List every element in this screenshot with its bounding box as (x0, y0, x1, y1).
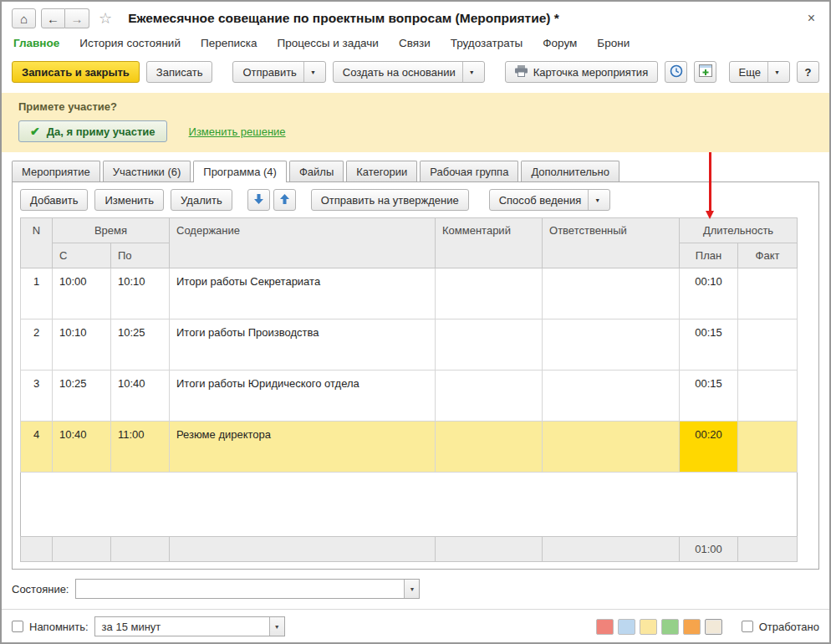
add-button[interactable]: Добавить (20, 189, 88, 211)
cell-to[interactable]: 11:00 (111, 422, 170, 473)
nav-item-bookings[interactable]: Брони (597, 37, 630, 49)
color-swatch-green[interactable] (661, 619, 679, 635)
cell-n[interactable]: 3 (21, 371, 53, 422)
empty-area[interactable] (21, 473, 798, 537)
management-method-button[interactable]: Способ ведения ▼ (489, 189, 611, 211)
cell-comment[interactable] (436, 422, 543, 473)
state-value[interactable] (76, 580, 404, 598)
cell-content[interactable]: Итоги работы Юридического отдела (170, 371, 436, 422)
table-row: 2 10:10 10:25 Итоги работы Производства … (21, 319, 798, 371)
edit-button[interactable]: Изменить (94, 189, 164, 211)
col-header-responsible[interactable]: Ответственный (543, 218, 680, 268)
save-button[interactable]: Записать (146, 61, 213, 83)
nav-item-forum[interactable]: Форум (543, 37, 577, 49)
cell-plan-active[interactable]: 00:20 (680, 422, 738, 473)
move-down-button[interactable] (247, 189, 270, 211)
color-swatch-blue[interactable] (618, 619, 635, 635)
grid-icon (699, 64, 712, 79)
cell-n[interactable]: 4 (21, 422, 53, 473)
remind-dropdown-button[interactable]: ▼ (269, 617, 284, 636)
tab-program[interactable]: Программа (4) (193, 161, 287, 182)
cell-fact[interactable] (738, 268, 798, 319)
col-header-content[interactable]: Содержание (170, 218, 436, 268)
cell-responsible[interactable] (543, 422, 680, 473)
send-button[interactable]: Отправить ▼ (232, 61, 325, 83)
cell-comment[interactable] (436, 371, 543, 422)
color-swatch-red[interactable] (596, 619, 614, 635)
col-header-from[interactable]: С (53, 243, 111, 268)
cell-fact[interactable] (738, 422, 798, 473)
planner-grid-button[interactable] (694, 61, 716, 83)
tab-categories[interactable]: Категории (346, 161, 417, 181)
send-for-approval-button[interactable]: Отправить на утверждение (311, 189, 469, 211)
nav-item-processes-tasks[interactable]: Процессы и задачи (277, 37, 378, 49)
move-buttons (247, 189, 296, 211)
more-button[interactable]: Еще ▼ (729, 61, 790, 83)
col-header-to[interactable]: По (111, 243, 170, 268)
back-button[interactable]: ← (41, 8, 65, 28)
remind-combobox[interactable]: за 15 минут ▼ (94, 616, 285, 636)
col-header-time[interactable]: Время (53, 218, 170, 243)
tab-working-group[interactable]: Рабочая группа (420, 161, 518, 181)
cell-plan[interactable]: 00:15 (680, 319, 738, 371)
cell-comment[interactable] (436, 268, 543, 319)
remind-value[interactable]: за 15 минут (95, 617, 269, 636)
cell-from[interactable]: 10:40 (53, 422, 111, 473)
cell-from[interactable]: 10:10 (53, 319, 111, 371)
save-and-close-button[interactable]: Записать и закрыть (12, 61, 140, 83)
cell-content[interactable]: Резюме директора (170, 422, 436, 473)
color-swatch-yellow[interactable] (640, 619, 657, 635)
cell-fact[interactable] (738, 319, 798, 371)
event-card-button[interactable]: Карточка мероприятия (505, 61, 659, 83)
cell-plan[interactable]: 00:10 (680, 268, 738, 319)
color-swatch-orange[interactable] (683, 619, 701, 635)
cell-from[interactable]: 10:25 (53, 371, 111, 422)
cell-n[interactable]: 2 (21, 319, 53, 371)
cell-to[interactable]: 10:10 (111, 268, 170, 319)
move-up-button[interactable] (273, 189, 296, 211)
home-button[interactable]: ⌂ (12, 8, 36, 28)
clock-button[interactable] (665, 61, 687, 83)
state-combobox[interactable]: ▼ (75, 579, 420, 599)
delete-button[interactable]: Удалить (171, 189, 232, 211)
col-header-fact[interactable]: Факт (738, 243, 798, 268)
cell-to[interactable]: 10:40 (111, 371, 170, 422)
help-button[interactable]: ? (797, 61, 819, 83)
favorites-button[interactable]: ☆ (99, 9, 112, 28)
create-from-button[interactable]: Создать на основании ▼ (333, 61, 485, 83)
forward-button[interactable]: → (65, 8, 89, 28)
nav-item-links[interactable]: Связи (399, 37, 431, 49)
col-header-plan[interactable]: План (680, 243, 738, 268)
accept-participation-button[interactable]: ✔ Да, я приму участие (18, 120, 167, 142)
cell-responsible[interactable] (543, 371, 680, 422)
tab-files[interactable]: Файлы (289, 161, 344, 181)
nav-item-correspondence[interactable]: Переписка (201, 37, 257, 49)
nav-item-state-history[interactable]: История состояний (79, 37, 181, 49)
cell-responsible[interactable] (543, 319, 680, 371)
cell-to[interactable]: 10:25 (111, 319, 170, 371)
participation-banner: Примете участие? ✔ Да, я приму участие И… (2, 93, 829, 152)
cell-n[interactable]: 1 (21, 268, 53, 319)
cell-fact[interactable] (738, 371, 798, 422)
caret-down-icon: ▼ (410, 586, 416, 592)
tab-event[interactable]: Мероприятие (12, 161, 100, 181)
col-header-comment[interactable]: Комментарий (436, 218, 543, 268)
state-dropdown-button[interactable]: ▼ (404, 580, 419, 598)
cell-comment[interactable] (436, 319, 543, 371)
cell-responsible[interactable] (543, 268, 680, 319)
done-checkbox[interactable] (742, 621, 753, 632)
cell-content[interactable]: Итори работы Секретариата (170, 268, 436, 319)
col-header-n[interactable]: N (21, 218, 53, 268)
nav-item-labor-costs[interactable]: Трудозатраты (451, 37, 523, 49)
tab-participants[interactable]: Участники (6) (103, 161, 191, 181)
close-button[interactable]: × (803, 11, 819, 26)
remind-checkbox[interactable] (12, 621, 23, 632)
col-header-duration[interactable]: Длительность (680, 218, 798, 243)
cell-plan[interactable]: 00:15 (680, 371, 738, 422)
nav-item-main[interactable]: Главное (13, 37, 59, 49)
color-swatch-beige[interactable] (705, 619, 722, 635)
change-decision-link[interactable]: Изменить решение (189, 125, 286, 138)
cell-content[interactable]: Итоги работы Производства (170, 319, 436, 371)
cell-from[interactable]: 10:00 (53, 268, 111, 319)
tab-additional[interactable]: Дополнительно (521, 161, 619, 181)
